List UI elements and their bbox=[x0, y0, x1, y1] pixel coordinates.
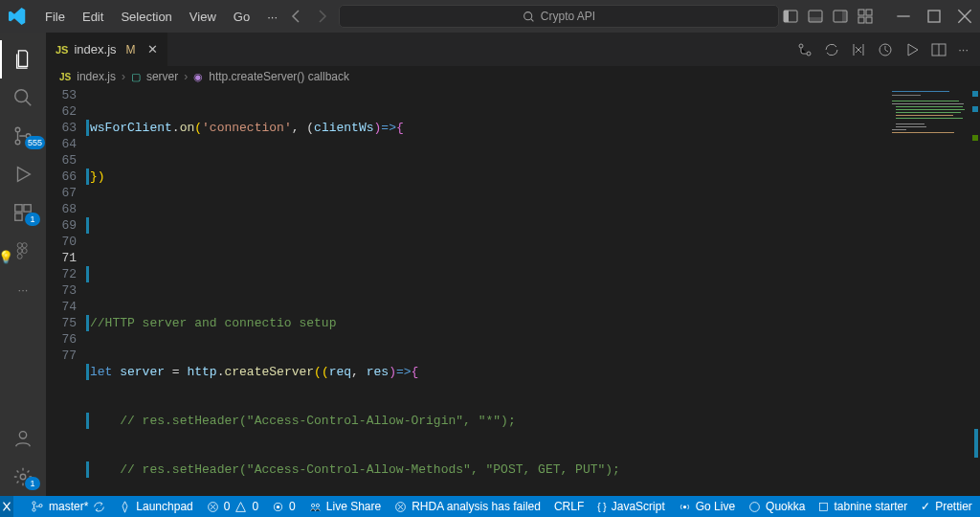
svg-point-19 bbox=[17, 243, 22, 248]
svg-point-32 bbox=[39, 505, 42, 507]
activity-settings[interactable]: 1 bbox=[0, 458, 46, 496]
svg-point-39 bbox=[683, 505, 686, 507]
svg-rect-10 bbox=[866, 17, 872, 23]
menu-more-icon[interactable]: ··· bbox=[259, 6, 285, 28]
svg-rect-6 bbox=[842, 11, 847, 22]
search-placeholder: Crypto API bbox=[541, 10, 595, 23]
status-problems[interactable]: 0 0 bbox=[207, 500, 258, 513]
svg-point-23 bbox=[17, 254, 22, 258]
editor-action-timeline-icon[interactable] bbox=[878, 42, 893, 57]
breadcrumb-symbol-2[interactable]: http.createServer() callback bbox=[209, 70, 349, 83]
title-bar: File Edit Selection View Go ··· Crypto A… bbox=[0, 0, 980, 33]
svg-point-0 bbox=[523, 11, 531, 19]
status-prettier[interactable]: ✓Prettier bbox=[921, 500, 972, 513]
svg-point-22 bbox=[22, 249, 27, 254]
status-tabnine[interactable]: tabnine starter bbox=[818, 500, 907, 513]
activity-debug[interactable] bbox=[0, 155, 46, 193]
window-minimize-icon[interactable] bbox=[896, 9, 911, 24]
editor-action-diff-icon[interactable] bbox=[851, 42, 866, 57]
editor-tab-bar: JS index.js M ✕ ··· bbox=[46, 33, 980, 66]
vscode-logo-icon bbox=[8, 7, 26, 26]
svg-point-31 bbox=[33, 508, 35, 511]
svg-rect-9 bbox=[858, 17, 864, 23]
svg-point-40 bbox=[750, 502, 760, 511]
svg-point-14 bbox=[15, 140, 20, 145]
menu-edit[interactable]: Edit bbox=[75, 6, 111, 28]
js-file-icon: JS bbox=[56, 44, 68, 56]
breadcrumb-file[interactable]: index.js bbox=[77, 70, 116, 83]
variable-icon: ▢ bbox=[131, 71, 141, 83]
activity-more-icon[interactable]: ··· bbox=[0, 270, 46, 308]
svg-rect-41 bbox=[820, 503, 828, 510]
svg-rect-11 bbox=[928, 11, 940, 22]
activity-search[interactable] bbox=[0, 79, 46, 117]
editor-action-split-icon[interactable] bbox=[931, 42, 947, 57]
editor-action-run-icon[interactable] bbox=[904, 42, 920, 57]
window-maximize-icon[interactable] bbox=[926, 9, 942, 24]
svg-rect-2 bbox=[784, 11, 789, 22]
svg-rect-4 bbox=[809, 17, 822, 22]
menu-view[interactable]: View bbox=[182, 6, 224, 28]
svg-point-20 bbox=[22, 243, 27, 248]
status-eol[interactable]: CRLF bbox=[554, 500, 584, 513]
tab-close-icon[interactable]: ✕ bbox=[147, 42, 158, 56]
svg-point-24 bbox=[19, 432, 26, 438]
layout-customize-icon[interactable] bbox=[858, 9, 873, 24]
svg-point-13 bbox=[15, 127, 20, 132]
status-launchpad[interactable]: Launchpad bbox=[119, 500, 192, 513]
tab-filename: index.js bbox=[74, 42, 116, 56]
layout-panel-icon[interactable] bbox=[808, 9, 823, 24]
scm-badge: 555 bbox=[25, 136, 45, 149]
minimap[interactable] bbox=[882, 87, 978, 496]
svg-point-30 bbox=[33, 502, 35, 505]
activity-bar: 555 1 ··· 1 bbox=[0, 33, 46, 496]
status-liveshare[interactable]: Live Share bbox=[309, 500, 381, 513]
remote-indicator[interactable] bbox=[0, 496, 13, 517]
menu-selection[interactable]: Selection bbox=[113, 6, 179, 28]
code-content[interactable]: wsForClient.on('connection', (clientWs)=… bbox=[90, 87, 980, 496]
svg-rect-7 bbox=[858, 10, 864, 15]
code-editor[interactable]: 536263 646566 676869 707172 737475 7677 … bbox=[46, 87, 980, 496]
activity-scm[interactable]: 555 bbox=[0, 117, 46, 155]
overview-ruler[interactable] bbox=[969, 87, 980, 496]
line-number-gutter: 536263 646566 676869 707172 737475 7677 bbox=[46, 87, 90, 496]
nav-forward-icon[interactable] bbox=[314, 9, 329, 24]
status-rhda[interactable]: RHDA analysis has failed bbox=[394, 500, 541, 513]
svg-point-12 bbox=[15, 90, 28, 102]
svg-point-25 bbox=[20, 474, 26, 480]
activity-extensions[interactable]: 1 bbox=[0, 193, 46, 232]
layout-sidebar-right-icon[interactable] bbox=[833, 9, 848, 24]
editor-action-more-icon[interactable]: ··· bbox=[958, 42, 969, 56]
activity-accounts[interactable] bbox=[0, 419, 46, 458]
breadcrumb[interactable]: JS index.js › ▢ server › ◉ http.createSe… bbox=[46, 66, 980, 87]
tab-indexjs[interactable]: JS index.js M ✕ bbox=[46, 33, 168, 66]
nav-back-icon[interactable] bbox=[289, 9, 304, 24]
settings-badge: 1 bbox=[25, 477, 40, 490]
svg-rect-16 bbox=[15, 205, 22, 212]
activity-explorer[interactable] bbox=[0, 40, 46, 79]
lightbulb-icon[interactable]: 💡 bbox=[0, 250, 13, 264]
status-bar: master* Launchpad 0 0 0 Live Share RHDA … bbox=[0, 496, 980, 517]
breadcrumb-symbol-1[interactable]: server bbox=[146, 70, 178, 83]
editor-action-sync-icon[interactable] bbox=[824, 42, 839, 57]
layout-sidebar-left-icon[interactable] bbox=[783, 9, 798, 24]
chevron-right-icon: › bbox=[122, 70, 125, 83]
editor-action-git-icon[interactable] bbox=[797, 42, 813, 57]
svg-rect-17 bbox=[24, 205, 31, 212]
menu-bar: File Edit Selection View Go ··· bbox=[37, 6, 285, 28]
status-golive[interactable]: Go Live bbox=[679, 500, 735, 513]
menu-go[interactable]: Go bbox=[226, 6, 257, 28]
svg-rect-18 bbox=[15, 214, 22, 220]
svg-point-27 bbox=[807, 52, 811, 56]
status-language[interactable]: { }JavaScript bbox=[597, 500, 665, 513]
js-file-icon: JS bbox=[59, 72, 71, 82]
svg-rect-8 bbox=[866, 10, 872, 15]
menu-file[interactable]: File bbox=[37, 6, 73, 28]
status-ports[interactable]: 0 bbox=[272, 500, 296, 513]
status-branch[interactable]: master* bbox=[31, 500, 105, 513]
command-center-search[interactable]: Crypto API bbox=[339, 5, 779, 28]
status-quokka[interactable]: Quokka bbox=[748, 500, 805, 513]
svg-point-36 bbox=[311, 504, 314, 506]
method-icon: ◉ bbox=[193, 71, 203, 83]
window-close-icon[interactable] bbox=[957, 9, 972, 24]
